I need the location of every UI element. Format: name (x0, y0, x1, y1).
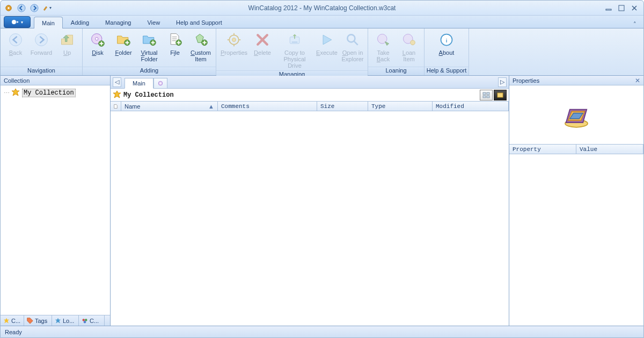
collection-header: Collection (1, 76, 110, 85)
ribbon-collapse-icon[interactable]: ˄ (631, 21, 639, 28)
svg-rect-35 (497, 93, 503, 97)
status-bar: Ready (1, 326, 643, 337)
preview-area (509, 85, 643, 145)
folder-button[interactable]: Folder (111, 30, 136, 57)
btab-tags[interactable]: Tags (24, 315, 52, 326)
col-icon[interactable] (111, 102, 121, 111)
tabs-scroll-right[interactable]: ▷ (498, 77, 507, 87)
btab-collection[interactable]: C... (1, 315, 24, 326)
path-text: My Collection (121, 91, 479, 99)
doc-tab-main[interactable]: Main (125, 78, 153, 89)
col-type[interactable]: Type (368, 102, 433, 111)
customize-icon[interactable]: ▾ (41, 3, 53, 13)
path-icon (113, 90, 121, 100)
tabs-scroll-left[interactable]: ◁ (113, 77, 121, 87)
group-managing: Properties Delete Copy toPhysical Drive … (216, 28, 368, 75)
window-title: WinCatalog 2012 - My WinCatalog Collecti… (248, 4, 396, 12)
btab-locations[interactable]: Lo... (52, 315, 79, 326)
col-size[interactable]: Size (317, 102, 368, 111)
col-property[interactable]: Property (509, 145, 576, 154)
svg-point-3 (31, 4, 38, 12)
back-icon (7, 31, 24, 48)
disk-button[interactable]: Disk (85, 30, 111, 57)
collection-tree[interactable]: ⋯ My Collection (1, 85, 110, 315)
svg-rect-5 (619, 5, 624, 11)
file-button[interactable]: File (162, 30, 188, 57)
disk-icon (89, 31, 106, 48)
tab-managing[interactable]: Managing (97, 16, 139, 28)
copy-icon (286, 31, 303, 48)
view-details-button[interactable] (494, 90, 507, 100)
custom-item-icon (192, 31, 209, 48)
delete-button[interactable]: Delete (250, 30, 275, 57)
loan-item-button[interactable]: LoanItem (396, 30, 422, 64)
quick-access-toolbar: ▾ (1, 3, 55, 13)
contacts-tab-icon (81, 317, 89, 325)
properties-header: Properties ✕ (509, 76, 643, 85)
delete-icon (254, 31, 271, 48)
copy-to-drive-button[interactable]: Copy toPhysical Drive (275, 30, 314, 70)
svg-point-17 (232, 38, 236, 42)
properties-button[interactable]: Properties (218, 30, 250, 57)
app-menu-button[interactable]: ▾ (4, 16, 31, 28)
about-icon: i (438, 31, 455, 48)
svg-point-23 (411, 40, 415, 45)
ribbon-tab-row: ▾ Main Adding Managing View Help and Sup… (1, 16, 643, 28)
btab-contacts[interactable]: C... (79, 315, 105, 326)
loan-icon (400, 31, 418, 48)
col-value[interactable]: Value (576, 145, 643, 154)
back-icon[interactable] (16, 3, 27, 13)
svg-point-27 (85, 319, 87, 321)
col-modified[interactable]: Modified (433, 102, 509, 111)
svg-rect-33 (483, 96, 486, 98)
tree-root-item[interactable]: ⋯ My Collection (3, 88, 108, 98)
close-button[interactable] (630, 4, 639, 12)
virtual-folder-icon (141, 31, 158, 48)
svg-rect-32 (487, 92, 489, 95)
group-adding: Disk Folder VirtualFolder File CustomIte… (83, 28, 216, 75)
tab-main[interactable]: Main (34, 17, 63, 28)
sort-asc-icon: ▲ (208, 103, 214, 110)
title-bar: ▾ WinCatalog 2012 - My WinCatalog Collec… (1, 1, 643, 16)
collection-tab-icon (3, 317, 10, 325)
view-thumbnails-button[interactable] (480, 90, 493, 100)
take-back-icon (375, 31, 392, 48)
minimize-button[interactable] (604, 4, 613, 12)
tab-view[interactable]: View (139, 16, 168, 28)
virtual-folder-button[interactable]: VirtualFolder (136, 30, 162, 64)
execute-button[interactable]: Execute (314, 30, 340, 57)
properties-close-icon[interactable]: ✕ (635, 77, 640, 84)
svg-rect-34 (487, 96, 489, 98)
svg-rect-4 (606, 9, 611, 10)
forward-button[interactable]: Forward (28, 30, 54, 57)
custom-item-button[interactable]: CustomItem (188, 30, 214, 64)
svg-point-28 (84, 321, 86, 323)
svg-point-1 (8, 7, 10, 9)
up-button[interactable]: Up (54, 30, 80, 57)
properties-icon (225, 31, 243, 48)
take-back-button[interactable]: TakeBack (370, 30, 396, 64)
about-button[interactable]: iAbout (427, 30, 466, 57)
group-navigation: Back Forward Up Navigation (1, 28, 83, 75)
locations-tab-icon (54, 317, 62, 325)
properties-grid-body[interactable] (509, 154, 643, 326)
file-icon (166, 31, 184, 48)
col-comments[interactable]: Comments (218, 102, 317, 111)
tags-tab-icon (26, 317, 34, 325)
forward-icon[interactable] (28, 3, 40, 13)
doc-tab-search[interactable] (153, 78, 167, 89)
search-tab-icon (157, 80, 164, 87)
tree-connector: ⋯ (4, 90, 9, 97)
col-name[interactable]: Name▲ (121, 102, 218, 111)
svg-text:i: i (446, 38, 448, 44)
app-icon[interactable] (3, 3, 14, 13)
open-explorer-button[interactable]: Open inExplorer (340, 30, 365, 64)
maximize-button[interactable] (617, 4, 626, 12)
svg-point-7 (10, 34, 22, 46)
group-help-support: iAbout Help & Support (425, 28, 469, 75)
back-button[interactable]: Back (3, 30, 28, 57)
tab-adding[interactable]: Adding (63, 16, 97, 28)
grid-body[interactable] (111, 111, 509, 326)
file-col-icon (114, 103, 118, 110)
tab-help[interactable]: Help and Support (168, 16, 230, 28)
